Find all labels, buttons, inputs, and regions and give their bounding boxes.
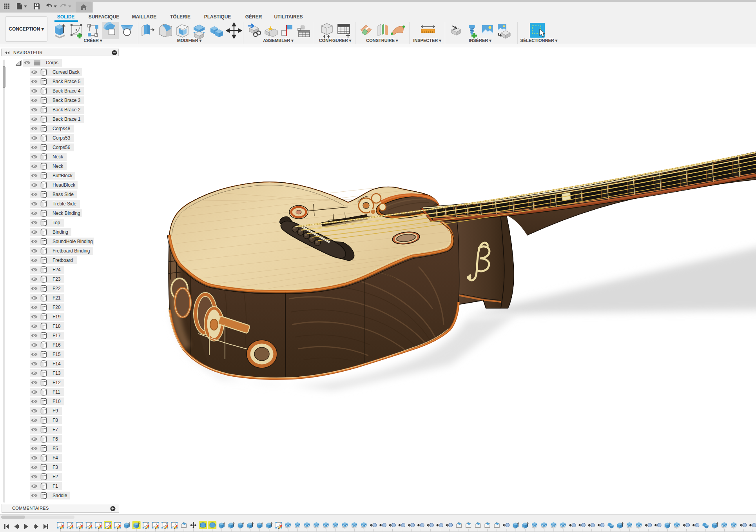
svg-text:F19: F19 — [53, 314, 61, 320]
svg-text:Neck: Neck — [53, 163, 63, 169]
svg-text:F21: F21 — [53, 295, 61, 301]
svg-text:F5: F5 — [53, 446, 58, 451]
svg-text:F18: F18 — [53, 323, 61, 329]
svg-text:Neck: Neck — [53, 154, 63, 160]
svg-text:F12: F12 — [53, 380, 61, 385]
svg-text:F24: F24 — [53, 267, 61, 272]
svg-text:F10: F10 — [53, 399, 61, 404]
svg-text:Back Brace 5: Back Brace 5 — [53, 79, 81, 84]
svg-text:F11: F11 — [53, 389, 60, 395]
svg-text:Top: Top — [53, 220, 60, 225]
svg-text:F15: F15 — [53, 352, 61, 357]
svg-text:F13: F13 — [53, 370, 61, 376]
svg-text:Back Brace 4: Back Brace 4 — [53, 88, 81, 94]
svg-text:Back Brace 3: Back Brace 3 — [53, 98, 81, 103]
svg-text:Corps48: Corps48 — [53, 126, 71, 131]
svg-text:F16: F16 — [53, 342, 61, 348]
svg-text:Neck Binding: Neck Binding — [53, 211, 80, 216]
svg-text:HeadBlock: HeadBlock — [53, 182, 76, 188]
svg-text:SoundHole Binding: SoundHole Binding — [53, 239, 93, 244]
svg-text:Fretboard Binding: Fretboard Binding — [53, 248, 90, 254]
svg-text:Corps56: Corps56 — [53, 145, 71, 150]
svg-text:Corps53: Corps53 — [53, 135, 71, 141]
svg-text:Corps: Corps — [46, 60, 58, 65]
svg-text:Back Brace 2: Back Brace 2 — [53, 107, 81, 113]
svg-text:Saddle: Saddle — [53, 493, 67, 498]
svg-text:F9: F9 — [53, 408, 58, 414]
svg-text:F6: F6 — [53, 436, 58, 442]
svg-text:Treble Side: Treble Side — [53, 201, 76, 207]
svg-text:F17: F17 — [53, 333, 61, 338]
svg-text:Binding: Binding — [53, 229, 68, 235]
svg-text:ButtBlock: ButtBlock — [53, 173, 73, 178]
svg-text:F14: F14 — [53, 361, 61, 367]
svg-text:F7: F7 — [53, 427, 58, 432]
svg-text:F1: F1 — [53, 483, 58, 489]
svg-text:F2: F2 — [53, 474, 58, 479]
svg-text:Back Brace 1: Back Brace 1 — [53, 116, 81, 122]
svg-text:F22: F22 — [53, 286, 61, 291]
svg-text:F23: F23 — [53, 276, 61, 282]
svg-text:Curved Back: Curved Back — [53, 69, 80, 75]
svg-text:F8: F8 — [53, 418, 58, 423]
svg-text:F4: F4 — [53, 455, 58, 461]
svg-text:Fretboard: Fretboard — [53, 258, 73, 263]
svg-text:F20: F20 — [53, 305, 61, 310]
svg-text:F3: F3 — [53, 465, 58, 470]
svg-text:Bass Side: Bass Side — [53, 192, 74, 197]
